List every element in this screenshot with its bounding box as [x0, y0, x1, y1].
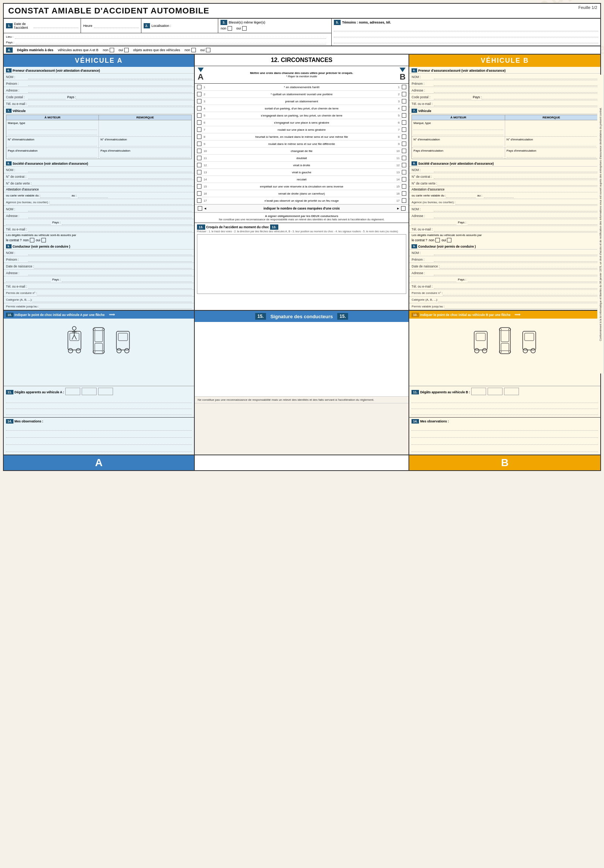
circ-checkbox-right-4[interactable] — [402, 106, 406, 110]
heure-input-line[interactable] — [94, 23, 139, 28]
degats-b-line2[interactable] — [411, 404, 598, 409]
nom9-a-input[interactable] — [28, 250, 192, 255]
tel8-b-input[interactable] — [434, 227, 598, 232]
pays8-b-line[interactable] — [411, 220, 456, 225]
cartevalable-a-from[interactable] — [40, 193, 70, 198]
circ-checkbox-left-2[interactable] — [197, 92, 201, 96]
agence-b-input[interactable] — [456, 200, 598, 205]
circ-checkbox-left-10[interactable] — [197, 149, 201, 153]
categorie-b-input[interactable] — [438, 297, 598, 302]
prenom9-b-input[interactable] — [434, 257, 598, 262]
adresse8-b-input[interactable] — [434, 213, 598, 218]
valable-b-input[interactable] — [445, 304, 598, 309]
blessé-oui-checkbox[interactable] — [242, 26, 247, 31]
contrat-b-input[interactable] — [434, 174, 598, 179]
tel-b-input[interactable] — [434, 101, 598, 106]
degats-b-line1[interactable] — [411, 398, 598, 403]
circ-checkbox-left-11[interactable] — [197, 156, 201, 160]
croquis-drawing-area[interactable] — [197, 234, 407, 294]
circ-checkbox-right-5[interactable] — [402, 113, 406, 118]
pays8-a-input[interactable] — [62, 220, 192, 225]
s4-non1-checkbox[interactable] — [110, 48, 114, 52]
contrat-a-input[interactable] — [28, 174, 192, 179]
pays-input[interactable] — [15, 40, 326, 45]
carteverte-a-input[interactable] — [32, 181, 192, 186]
adresse-a-input[interactable] — [28, 88, 192, 93]
contrat-non-a-checkbox[interactable] — [30, 238, 34, 242]
prenom9-a-input[interactable] — [28, 257, 192, 262]
circ-checkbox-left-8[interactable] — [197, 135, 201, 139]
date-input-line[interactable] — [34, 23, 78, 28]
blessé-non-checkbox[interactable] — [227, 26, 232, 31]
circ-checkbox-right-7[interactable] — [402, 127, 406, 132]
adresse-b-input[interactable] — [434, 88, 598, 93]
nom8-b-input[interactable] — [434, 167, 598, 172]
s4-oui1-checkbox[interactable] — [124, 48, 129, 52]
circ-checkbox-right-14[interactable] — [402, 177, 406, 181]
circ-checkbox-right-9[interactable] — [402, 141, 406, 146]
agence-a-input[interactable] — [49, 200, 192, 205]
contrat-oui-b-checkbox[interactable] — [447, 238, 451, 242]
circ-checkbox-right-16[interactable] — [402, 191, 406, 196]
valable-a-input[interactable] — [39, 304, 192, 309]
permis-b-input[interactable] — [443, 291, 598, 295]
pays-a-input[interactable] — [76, 95, 192, 99]
datenais-b-input[interactable] — [439, 264, 598, 268]
pays9-b-input[interactable] — [468, 277, 598, 282]
circ-checkbox-right-8[interactable] — [402, 135, 406, 139]
circ-checkbox-left-14[interactable] — [197, 177, 201, 181]
s4-non2-checkbox[interactable] — [192, 48, 196, 52]
circ-checkbox-right-12[interactable] — [402, 163, 406, 167]
adresse8-a-input[interactable] — [28, 213, 192, 218]
datenais-a-input[interactable] — [34, 264, 192, 268]
circ-checkbox-left-1[interactable] — [197, 85, 201, 89]
obs-b-line2[interactable] — [411, 432, 598, 438]
degats-b-line3[interactable] — [411, 410, 598, 415]
temoins-line1[interactable] — [334, 26, 598, 31]
obs-b-line3[interactable] — [411, 439, 598, 445]
signature-area[interactable] — [195, 322, 409, 397]
contrat-non-b-checkbox[interactable] — [436, 238, 440, 242]
cartevalable-a-to[interactable] — [78, 193, 108, 198]
tel-a-input[interactable] — [28, 101, 192, 106]
circ-checkbox-right-17[interactable] — [402, 198, 406, 203]
obs-b-line1[interactable] — [411, 425, 598, 431]
temoins-line3[interactable] — [334, 38, 598, 43]
nom8b-a-input[interactable] — [28, 206, 192, 211]
circ-checkbox-left-15[interactable] — [197, 184, 201, 189]
pays-b-input[interactable] — [482, 95, 598, 99]
obs-a-line4[interactable] — [6, 446, 192, 452]
degats-a-line3[interactable] — [6, 410, 192, 415]
obs-a-line1[interactable] — [6, 425, 192, 431]
degats-a-line1[interactable] — [6, 398, 192, 403]
tel8-a-input[interactable] — [28, 227, 192, 232]
cp-b-input[interactable] — [434, 95, 471, 99]
circ-checkbox-right-13[interactable] — [402, 170, 406, 174]
circ-checkbox-right-3[interactable] — [402, 99, 406, 104]
pays8-b-input[interactable] — [468, 220, 598, 225]
circ-checkbox-left-12[interactable] — [197, 163, 201, 167]
cartevalable-b-to[interactable] — [484, 193, 514, 198]
circ-checkbox-left-9[interactable] — [197, 141, 201, 146]
nom9-b-input[interactable] — [434, 250, 598, 255]
prenom-b-input[interactable] — [434, 81, 598, 86]
temoins-line2[interactable] — [334, 32, 598, 37]
circ-checkbox-left-4[interactable] — [197, 106, 201, 110]
nom8b-b-input[interactable] — [434, 206, 598, 211]
circ-checkbox-left-16[interactable] — [197, 191, 201, 196]
cartevalable-b-from[interactable] — [446, 193, 476, 198]
pays9-a-line[interactable] — [6, 277, 51, 282]
circ-checkbox-right-2[interactable] — [402, 92, 406, 96]
circ-checkbox-right-10[interactable] — [402, 149, 406, 153]
circ-checkbox-left-17[interactable] — [197, 198, 201, 203]
categorie-a-input[interactable] — [32, 297, 192, 302]
nom-b-input[interactable] — [434, 74, 598, 79]
pays9-a-input[interactable] — [62, 277, 192, 282]
obs-b-line4[interactable] — [411, 446, 598, 452]
nom-a-input[interactable] — [28, 74, 192, 79]
circ-checkbox-right-11[interactable] — [402, 156, 406, 160]
circ-checkbox-left-7[interactable] — [197, 127, 201, 132]
contrat-oui-a-checkbox[interactable] — [42, 238, 46, 242]
obs-a-line3[interactable] — [6, 439, 192, 445]
nom8a-input[interactable] — [28, 167, 192, 172]
